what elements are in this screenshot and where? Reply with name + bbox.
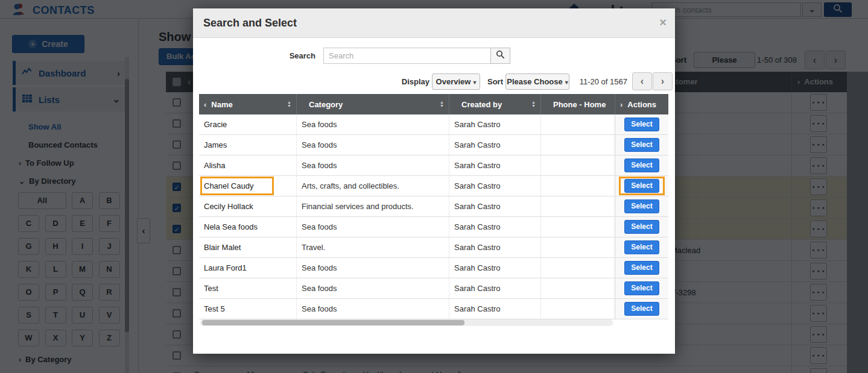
category-cell: Arts, crafts, and collectibles. (296, 176, 449, 196)
actions-cell: Select (615, 237, 668, 257)
created-by-cell: Sarah Castro (449, 278, 540, 298)
phone-home-cell (540, 114, 615, 134)
contact-name-cell: Laura Ford1 (199, 258, 296, 278)
modal-table-header: ‹ Name ▲▼ Category ▲▼ Created by ▲▼ Phon… (199, 94, 668, 114)
column-header-label: Name (211, 100, 232, 109)
contact-name-cell: Cecily Hollack (199, 196, 296, 216)
modal-pagination-prev-button[interactable]: ‹ (632, 72, 652, 90)
phone-home-cell (540, 258, 615, 278)
select-button[interactable]: Select (624, 138, 659, 152)
column-header-label: Category (309, 100, 343, 109)
modal-table-row: JamesSea foodsSarah CastroSelect (199, 135, 668, 155)
phone-home-cell (540, 299, 615, 319)
modal-table-row: GracieSea foodsSarah CastroSelect (199, 114, 668, 135)
modal-table-row: Laura Ford1Sea foodsSarah CastroSelect (199, 258, 668, 278)
created-by-cell: Sarah Castro (449, 114, 540, 134)
actions-cell: Select (615, 217, 668, 237)
column-header-phone-home: Phone - Home (540, 94, 615, 114)
created-by-cell: Sarah Castro (449, 217, 540, 237)
dropdown-arrow-icon: ▾ (473, 79, 476, 86)
column-header-label: Actions (627, 100, 656, 109)
contact-name-cell: Blair Malet (199, 237, 296, 257)
created-by-cell: Sarah Castro (449, 299, 540, 319)
category-cell: Sea foods (296, 135, 449, 155)
contact-name-cell: Chanel Caudy (199, 176, 296, 196)
category-cell: Sea foods (296, 217, 449, 237)
close-icon[interactable]: × (659, 15, 667, 30)
modal-table-row: Nela Sea foodsSea foodsSarah CastroSelec… (199, 217, 668, 237)
search-and-select-modal: Search and Select × Search Display Overv… (193, 8, 675, 354)
sort-arrows-icon[interactable]: ▲▼ (440, 101, 444, 108)
modal-table-row: Chanel CaudyArts, crafts, and collectibl… (199, 176, 668, 196)
select-button[interactable]: Select (624, 199, 659, 213)
created-by-cell: Sarah Castro (449, 155, 540, 175)
modal-sort-dropdown[interactable]: Please Choose▾ (505, 74, 569, 90)
created-by-cell: Sarah Castro (449, 237, 540, 257)
select-button[interactable]: Select (624, 281, 659, 295)
select-button[interactable]: Select (624, 240, 659, 254)
sort-arrows-icon[interactable]: ▲▼ (287, 101, 291, 108)
contact-name-cell: James (199, 135, 296, 155)
select-button[interactable]: Select (624, 179, 659, 193)
category-cell: Sea foods (296, 258, 449, 278)
display-label: Display (392, 74, 429, 90)
category-cell: Sea foods (296, 114, 449, 134)
modal-table-row: Cecily HollackFinancial services and pro… (199, 196, 668, 217)
actions-cell: Select (615, 135, 668, 155)
created-by-cell: Sarah Castro (449, 258, 540, 278)
modal-sort-label: Sort (481, 74, 503, 90)
category-cell: Travel. (296, 237, 449, 257)
sort-arrows-icon[interactable]: ▲▼ (531, 101, 536, 108)
modal-search-button[interactable] (490, 48, 510, 64)
chevron-right-icon: › (620, 100, 622, 109)
category-cell: Sea foods (296, 278, 449, 298)
phone-home-cell (540, 135, 615, 155)
modal-table-body: GracieSea foodsSarah CastroSelectJamesSe… (199, 114, 668, 319)
actions-cell: Select (615, 299, 668, 319)
created-by-cell: Sarah Castro (449, 176, 540, 196)
category-cell: Financial services and products. (296, 196, 449, 216)
select-button[interactable]: Select (624, 220, 659, 234)
modal-table-row: Blair MaletTravel.Sarah CastroSelect (199, 237, 668, 258)
modal-search-label: Search (265, 48, 315, 64)
search-icon (496, 50, 505, 61)
modal-table-row: AlishaSea foodsSarah CastroSelect (199, 155, 668, 176)
column-header-name[interactable]: ‹ Name ▲▼ (199, 94, 296, 114)
modal-sort-dropdown-value: Please Choose (507, 77, 563, 86)
select-button[interactable]: Select (624, 118, 659, 131)
actions-cell: Select (615, 258, 668, 278)
select-button[interactable]: Select (624, 261, 659, 275)
phone-home-cell (540, 237, 615, 257)
modal-table-row: TestSea foodsSarah CastroSelect (199, 278, 668, 299)
column-header-label: Phone - Home (553, 100, 606, 109)
actions-cell: Select (615, 278, 668, 298)
modal-table: ‹ Name ▲▼ Category ▲▼ Created by ▲▼ Phon… (199, 94, 668, 319)
contact-name-cell: Test 5 (199, 299, 296, 319)
created-by-cell: Sarah Castro (449, 196, 540, 216)
phone-home-cell (540, 217, 615, 237)
chevron-left-icon: ‹ (641, 76, 644, 86)
contact-name-cell: Gracie (199, 114, 296, 134)
chevron-left-icon: ‹ (204, 100, 206, 109)
column-header-actions: › Actions (615, 94, 668, 114)
modal-pagination-next-button[interactable]: › (653, 72, 673, 90)
modal-search-input[interactable] (323, 48, 491, 64)
modal-pagination-range: 11-20 of 1567 (568, 74, 627, 90)
modal-title: Search and Select (203, 17, 297, 30)
select-button[interactable]: Select (624, 158, 659, 172)
column-header-category[interactable]: Category ▲▼ (296, 94, 449, 114)
contact-name-cell: Alisha (199, 155, 296, 175)
scrollbar-thumb[interactable] (202, 320, 464, 325)
phone-home-cell (540, 176, 615, 196)
select-button[interactable]: Select (624, 302, 659, 316)
phone-home-cell (540, 155, 615, 175)
highlight-box-name (200, 177, 274, 195)
column-header-created-by[interactable]: Created by ▲▼ (449, 94, 540, 114)
contact-name-cell: Test (199, 278, 296, 298)
actions-cell: Select (615, 155, 668, 175)
phone-home-cell (540, 278, 615, 298)
category-cell: Sea foods (296, 299, 449, 319)
modal-horizontal-scrollbar[interactable] (200, 319, 613, 326)
modal-header: Search and Select × (193, 8, 675, 38)
display-dropdown[interactable]: Overview▾ (432, 74, 480, 90)
